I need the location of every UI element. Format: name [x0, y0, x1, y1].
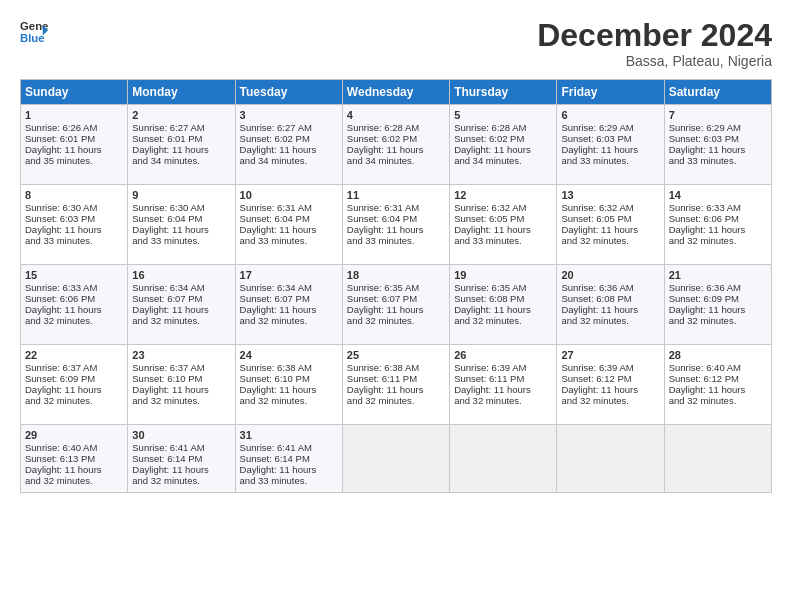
- day-info-line: Sunrise: 6:30 AM: [25, 202, 123, 213]
- day-info-line: Daylight: 11 hours: [25, 304, 123, 315]
- day-info-line: Sunrise: 6:38 AM: [347, 362, 445, 373]
- day-number: 22: [25, 349, 123, 361]
- day-info-line: Sunrise: 6:33 AM: [25, 282, 123, 293]
- day-info-line: and 32 minutes.: [132, 315, 230, 326]
- logo-icon: General Blue: [20, 18, 48, 46]
- day-info-line: Daylight: 11 hours: [561, 384, 659, 395]
- calendar-body: 1Sunrise: 6:26 AMSunset: 6:01 PMDaylight…: [21, 105, 772, 493]
- logo: General Blue: [20, 18, 48, 46]
- calendar-cell: 27Sunrise: 6:39 AMSunset: 6:12 PMDayligh…: [557, 345, 664, 425]
- calendar-cell: 28Sunrise: 6:40 AMSunset: 6:12 PMDayligh…: [664, 345, 771, 425]
- calendar-week-row: 1Sunrise: 6:26 AMSunset: 6:01 PMDaylight…: [21, 105, 772, 185]
- day-number: 17: [240, 269, 338, 281]
- calendar-cell: 10Sunrise: 6:31 AMSunset: 6:04 PMDayligh…: [235, 185, 342, 265]
- day-info-line: Daylight: 11 hours: [25, 464, 123, 475]
- calendar-cell: 31Sunrise: 6:41 AMSunset: 6:14 PMDayligh…: [235, 425, 342, 493]
- calendar-cell: [450, 425, 557, 493]
- day-header-wednesday: Wednesday: [342, 80, 449, 105]
- day-number: 20: [561, 269, 659, 281]
- day-header-saturday: Saturday: [664, 80, 771, 105]
- day-info-line: and 35 minutes.: [25, 155, 123, 166]
- day-info-line: Daylight: 11 hours: [132, 464, 230, 475]
- day-header-tuesday: Tuesday: [235, 80, 342, 105]
- day-info-line: and 32 minutes.: [240, 395, 338, 406]
- calendar-cell: 19Sunrise: 6:35 AMSunset: 6:08 PMDayligh…: [450, 265, 557, 345]
- day-info-line: Sunset: 6:02 PM: [347, 133, 445, 144]
- day-info-line: and 32 minutes.: [25, 475, 123, 486]
- day-info-line: Sunset: 6:05 PM: [561, 213, 659, 224]
- day-info-line: Sunrise: 6:37 AM: [25, 362, 123, 373]
- day-number: 19: [454, 269, 552, 281]
- day-info-line: and 32 minutes.: [25, 395, 123, 406]
- day-info-line: Sunset: 6:05 PM: [454, 213, 552, 224]
- day-info-line: and 33 minutes.: [240, 235, 338, 246]
- day-info-line: Sunrise: 6:36 AM: [561, 282, 659, 293]
- day-info-line: Daylight: 11 hours: [240, 144, 338, 155]
- day-info-line: Sunrise: 6:39 AM: [454, 362, 552, 373]
- day-header-monday: Monday: [128, 80, 235, 105]
- calendar-header-row: SundayMondayTuesdayWednesdayThursdayFrid…: [21, 80, 772, 105]
- calendar-cell: [342, 425, 449, 493]
- calendar-cell: 29Sunrise: 6:40 AMSunset: 6:13 PMDayligh…: [21, 425, 128, 493]
- day-info-line: and 33 minutes.: [454, 235, 552, 246]
- calendar-cell: 5Sunrise: 6:28 AMSunset: 6:02 PMDaylight…: [450, 105, 557, 185]
- calendar-cell: 14Sunrise: 6:33 AMSunset: 6:06 PMDayligh…: [664, 185, 771, 265]
- day-info-line: and 33 minutes.: [669, 155, 767, 166]
- day-info-line: Sunrise: 6:34 AM: [240, 282, 338, 293]
- calendar-cell: 18Sunrise: 6:35 AMSunset: 6:07 PMDayligh…: [342, 265, 449, 345]
- day-number: 4: [347, 109, 445, 121]
- day-info-line: and 32 minutes.: [25, 315, 123, 326]
- day-info-line: Daylight: 11 hours: [240, 224, 338, 235]
- day-number: 18: [347, 269, 445, 281]
- calendar-cell: 20Sunrise: 6:36 AMSunset: 6:08 PMDayligh…: [557, 265, 664, 345]
- day-number: 30: [132, 429, 230, 441]
- day-info-line: Sunrise: 6:35 AM: [347, 282, 445, 293]
- day-info-line: Sunrise: 6:29 AM: [669, 122, 767, 133]
- day-number: 29: [25, 429, 123, 441]
- day-number: 3: [240, 109, 338, 121]
- day-info-line: Daylight: 11 hours: [454, 304, 552, 315]
- day-info-line: Daylight: 11 hours: [132, 144, 230, 155]
- day-info-line: Sunset: 6:07 PM: [132, 293, 230, 304]
- day-info-line: Sunrise: 6:35 AM: [454, 282, 552, 293]
- calendar-cell: 24Sunrise: 6:38 AMSunset: 6:10 PMDayligh…: [235, 345, 342, 425]
- day-info-line: Daylight: 11 hours: [132, 304, 230, 315]
- calendar-cell: 11Sunrise: 6:31 AMSunset: 6:04 PMDayligh…: [342, 185, 449, 265]
- day-info-line: and 33 minutes.: [132, 235, 230, 246]
- calendar-cell: 2Sunrise: 6:27 AMSunset: 6:01 PMDaylight…: [128, 105, 235, 185]
- day-info-line: Sunset: 6:10 PM: [132, 373, 230, 384]
- month-title: December 2024: [537, 18, 772, 53]
- day-info-line: Daylight: 11 hours: [669, 304, 767, 315]
- day-header-friday: Friday: [557, 80, 664, 105]
- day-info-line: Sunset: 6:07 PM: [347, 293, 445, 304]
- day-number: 24: [240, 349, 338, 361]
- day-info-line: and 32 minutes.: [132, 395, 230, 406]
- day-number: 23: [132, 349, 230, 361]
- day-info-line: Daylight: 11 hours: [25, 144, 123, 155]
- day-number: 12: [454, 189, 552, 201]
- day-number: 14: [669, 189, 767, 201]
- day-info-line: Sunrise: 6:40 AM: [669, 362, 767, 373]
- calendar-cell: 26Sunrise: 6:39 AMSunset: 6:11 PMDayligh…: [450, 345, 557, 425]
- day-info-line: and 34 minutes.: [240, 155, 338, 166]
- day-info-line: Daylight: 11 hours: [240, 304, 338, 315]
- calendar-cell: 8Sunrise: 6:30 AMSunset: 6:03 PMDaylight…: [21, 185, 128, 265]
- day-number: 11: [347, 189, 445, 201]
- day-info-line: and 32 minutes.: [561, 315, 659, 326]
- day-info-line: Sunset: 6:13 PM: [25, 453, 123, 464]
- calendar-cell: 9Sunrise: 6:30 AMSunset: 6:04 PMDaylight…: [128, 185, 235, 265]
- day-info-line: and 32 minutes.: [240, 315, 338, 326]
- day-info-line: Sunrise: 6:32 AM: [454, 202, 552, 213]
- day-info-line: and 34 minutes.: [347, 155, 445, 166]
- calendar-table: SundayMondayTuesdayWednesdayThursdayFrid…: [20, 79, 772, 493]
- day-info-line: Sunrise: 6:41 AM: [240, 442, 338, 453]
- title-block: December 2024 Bassa, Plateau, Nigeria: [537, 18, 772, 69]
- calendar-cell: 13Sunrise: 6:32 AMSunset: 6:05 PMDayligh…: [557, 185, 664, 265]
- day-info-line: Daylight: 11 hours: [454, 384, 552, 395]
- calendar-cell: 23Sunrise: 6:37 AMSunset: 6:10 PMDayligh…: [128, 345, 235, 425]
- day-info-line: and 32 minutes.: [669, 395, 767, 406]
- day-info-line: and 33 minutes.: [25, 235, 123, 246]
- day-info-line: Sunset: 6:06 PM: [669, 213, 767, 224]
- calendar-cell: 21Sunrise: 6:36 AMSunset: 6:09 PMDayligh…: [664, 265, 771, 345]
- day-info-line: Sunrise: 6:26 AM: [25, 122, 123, 133]
